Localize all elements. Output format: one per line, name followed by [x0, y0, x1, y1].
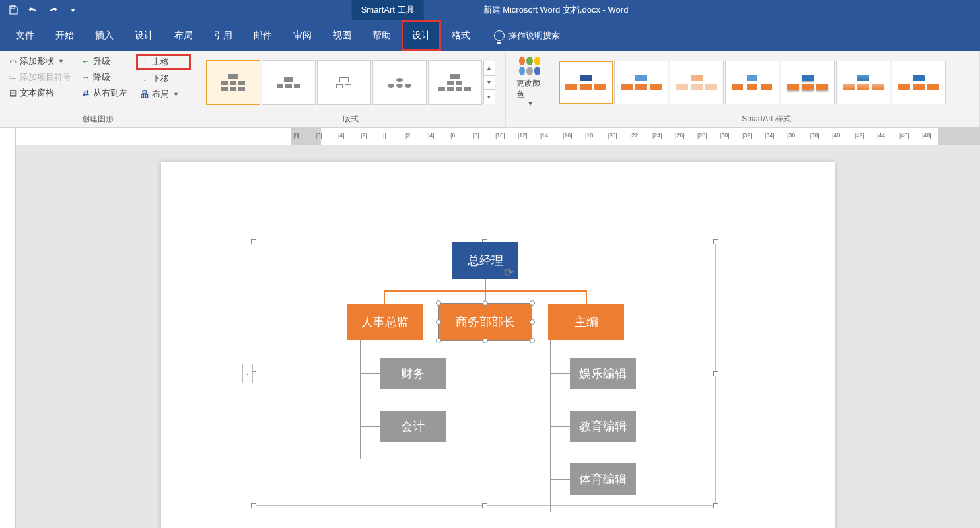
- tab-smartart-format[interactable]: 格式: [441, 20, 481, 51]
- ruler-mark: |36|: [787, 132, 797, 139]
- org-node-editor[interactable]: 主编: [548, 304, 624, 340]
- ruler-mark: |12|: [518, 132, 528, 139]
- group-label-layouts: 版式: [199, 111, 501, 127]
- redo-icon[interactable]: [48, 5, 58, 15]
- group-create-graphic: ▭ 添加形状 ▼ ≔ 添加项目符号 ▤ 文本窗格 ← 升级: [0, 51, 195, 127]
- move-down-button[interactable]: ↓ 下移: [136, 71, 191, 86]
- layout-dropdown-button[interactable]: 品 布局 ▼: [136, 87, 191, 102]
- workspace: ‹: [0, 145, 980, 528]
- text-pane-toggle[interactable]: ‹: [242, 364, 253, 383]
- ruler-mark: |2|: [405, 132, 412, 139]
- rtl-button[interactable]: ⇄ 从右到左: [77, 86, 136, 100]
- document-area[interactable]: ‹: [16, 145, 980, 528]
- ruler-mark: |10|: [495, 132, 505, 139]
- text-pane-icon: ▤: [8, 88, 17, 98]
- node-handle[interactable]: [436, 300, 441, 306]
- page: ‹: [161, 162, 835, 528]
- smartart-frame[interactable]: ‹: [254, 242, 716, 506]
- tab-view[interactable]: 视图: [322, 20, 362, 51]
- layout-thumb-2[interactable]: [262, 60, 316, 105]
- tab-review[interactable]: 审阅: [283, 20, 322, 51]
- ruler-mark: |8|: [293, 132, 300, 139]
- quick-access-toolbar: ▾: [0, 5, 78, 15]
- tab-smartart-design[interactable]: 设计: [402, 20, 441, 51]
- style-thumb-6[interactable]: [836, 61, 890, 104]
- node-handle[interactable]: [436, 338, 441, 343]
- arrow-down-icon: ↓: [140, 74, 149, 83]
- group-change-colors: 更改颜色 ▼: [506, 51, 553, 127]
- tell-me-label: 操作说明搜索: [508, 30, 560, 42]
- tab-file[interactable]: 文件: [5, 20, 45, 51]
- arrow-left-icon: ←: [81, 57, 90, 66]
- title-bar: ▾ SmartArt 工具 新建 Microsoft Word 文档.docx …: [0, 0, 980, 20]
- ruler-mark: |20|: [608, 132, 617, 139]
- gallery-down-icon[interactable]: ▼: [483, 75, 495, 90]
- ruler-mark: ||: [383, 132, 386, 139]
- tell-me-search[interactable]: 操作说明搜索: [494, 30, 560, 42]
- layout-thumb-5[interactable]: [428, 60, 482, 105]
- ruler-mark: |22|: [630, 132, 640, 139]
- style-thumb-2[interactable]: [614, 61, 668, 104]
- move-up-button[interactable]: ↑ 上移: [136, 54, 191, 70]
- tab-home[interactable]: 开始: [45, 20, 85, 51]
- node-handle[interactable]: [530, 319, 535, 325]
- demote-button[interactable]: → 降级: [77, 70, 136, 84]
- style-thumb-7[interactable]: [892, 61, 946, 104]
- tab-references[interactable]: 引用: [203, 20, 243, 51]
- ruler-mark: |32|: [742, 132, 752, 139]
- add-shape-icon: ▭: [8, 57, 17, 66]
- node-handle[interactable]: [530, 300, 535, 306]
- ribbon-tabs: 文件 开始 插入 设计 布局 引用 邮件 审阅 视图 帮助 设计 格式 操作说明…: [0, 20, 980, 51]
- gallery-more-icon[interactable]: ▾: [483, 90, 495, 104]
- gallery-up-icon[interactable]: ▲: [483, 61, 495, 75]
- ruler-mark: |26|: [675, 132, 685, 139]
- add-shape-button[interactable]: ▭ 添加形状 ▼: [4, 54, 77, 69]
- dropdown-icon: ▼: [173, 91, 179, 98]
- tab-insert[interactable]: 插入: [85, 20, 124, 51]
- org-node-root[interactable]: 总经理 ⟳: [452, 242, 518, 279]
- ruler-mark: |8|: [473, 132, 479, 139]
- text-pane-button[interactable]: ▤ 文本窗格: [4, 86, 77, 100]
- promote-button[interactable]: ← 升级: [77, 54, 136, 69]
- ruler-mark: |40|: [832, 132, 842, 139]
- tab-layout[interactable]: 布局: [164, 20, 203, 51]
- org-node-hr[interactable]: 人事总监: [347, 304, 423, 340]
- style-thumb-3[interactable]: [670, 61, 724, 104]
- org-node-sports[interactable]: 体育编辑: [570, 463, 636, 495]
- svg-rect-0: [11, 6, 15, 9]
- tab-mailings[interactable]: 邮件: [243, 20, 283, 51]
- style-thumb-4[interactable]: [725, 61, 779, 104]
- ruler-mark: |6|: [450, 132, 457, 139]
- layout-thumb-1[interactable]: [206, 60, 260, 105]
- qat-customize-icon[interactable]: ▾: [67, 5, 78, 15]
- node-handle[interactable]: [483, 338, 488, 343]
- tab-design[interactable]: 设计: [124, 20, 164, 51]
- org-node-entertainment[interactable]: 娱乐编辑: [570, 358, 636, 389]
- tab-help[interactable]: 帮助: [362, 20, 402, 51]
- layout-thumb-3[interactable]: [317, 60, 371, 105]
- ruler-mark: |30|: [720, 132, 730, 139]
- node-handle[interactable]: [436, 319, 441, 325]
- org-node-finance[interactable]: 财务: [380, 358, 446, 389]
- styles-gallery: [557, 59, 947, 106]
- layouts-gallery: ▲ ▼ ▾: [205, 59, 497, 106]
- group-layouts: ▲ ▼ ▾ 版式: [195, 51, 506, 127]
- ruler-mark: |28|: [697, 132, 707, 139]
- change-colors-button[interactable]: 更改颜色 ▼: [510, 54, 549, 110]
- ruler-mark: |4|: [428, 132, 435, 139]
- org-node-business[interactable]: 商务部部长: [439, 304, 532, 340]
- save-icon[interactable]: [8, 5, 18, 15]
- org-node-education[interactable]: 教育编辑: [570, 411, 636, 442]
- ruler-mark: |34|: [765, 132, 775, 139]
- ruler-mark: |42|: [855, 132, 864, 139]
- undo-icon[interactable]: [28, 5, 38, 15]
- ruler-mark: |4|: [338, 132, 345, 139]
- style-thumb-1[interactable]: [559, 61, 613, 104]
- node-handle[interactable]: [530, 338, 535, 343]
- layout-thumb-4[interactable]: [372, 60, 427, 105]
- node-handle[interactable]: [483, 300, 488, 306]
- org-node-accounting[interactable]: 会计: [380, 411, 446, 442]
- rotate-icon[interactable]: ⟳: [504, 265, 513, 275]
- layouts-gallery-nav: ▲ ▼ ▾: [483, 61, 495, 104]
- style-thumb-5[interactable]: [781, 61, 835, 104]
